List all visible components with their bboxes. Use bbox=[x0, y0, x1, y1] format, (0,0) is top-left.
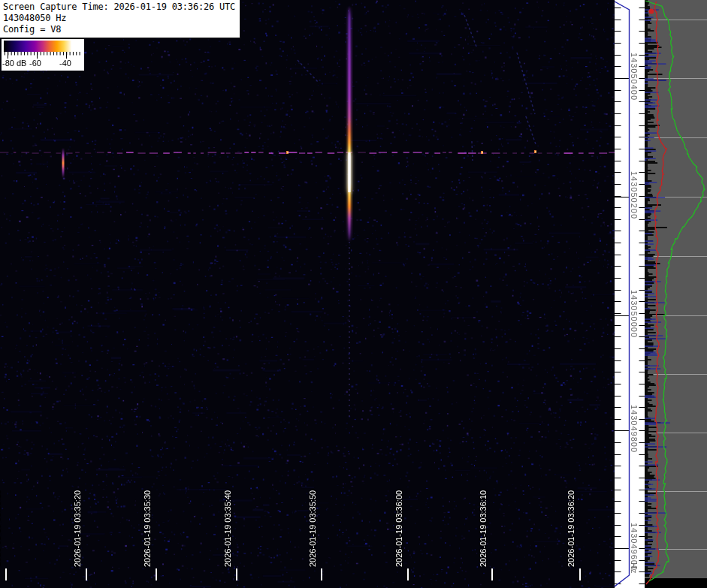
time-axis-label: 2026-01-19 03:35:10 bbox=[0, 490, 2, 567]
color-gradient-bar bbox=[4, 41, 82, 52]
time-axis-label: 2026-01-19 03:36:20 bbox=[567, 490, 576, 567]
capture-frequency-text: 143048050 Hz bbox=[3, 13, 235, 24]
color-scale-label: -40 bbox=[59, 59, 71, 68]
capture-info-box: Screen Capture Time: 2026-01-19 03:36:26… bbox=[0, 0, 240, 38]
frequency-axis-label: 143049800 bbox=[630, 405, 639, 453]
time-axis-label: 2026-01-19 03:35:30 bbox=[143, 490, 152, 567]
frequency-axis-label: 143050000 bbox=[630, 290, 639, 338]
time-axis-tick bbox=[491, 568, 493, 580]
frequency-axis-label: 143050400 bbox=[630, 53, 639, 101]
spectrum-lab-screen-capture: Screen Capture Time: 2026-01-19 03:36:26… bbox=[0, 0, 707, 588]
frequency-axis: 1430504001430502001430500001430498001430… bbox=[615, 0, 645, 588]
frequency-axis-label: 143050200 bbox=[630, 171, 639, 219]
time-axis-tick bbox=[156, 568, 157, 580]
time-axis-tick bbox=[321, 568, 322, 580]
time-axis-tick bbox=[407, 568, 409, 580]
time-axis-tick bbox=[236, 568, 237, 580]
time-axis-label: 2026-01-19 03:35:50 bbox=[308, 490, 317, 567]
time-axis-tick bbox=[86, 568, 87, 580]
time-axis-label: 2026-01-19 03:36:10 bbox=[479, 490, 488, 567]
amplitude-color-scale: -80 dB-60-40 bbox=[2, 39, 84, 71]
spectrum-graph bbox=[645, 0, 707, 588]
color-scale-label: -60 bbox=[29, 59, 41, 68]
time-axis-tick bbox=[579, 568, 581, 580]
color-scale-label: -80 dB bbox=[2, 59, 26, 68]
waterfall-spectrogram bbox=[0, 0, 615, 588]
time-axis-label: 2026-01-19 03:36:00 bbox=[394, 490, 403, 567]
frequency-axis-unit: Hz bbox=[630, 562, 639, 574]
capture-config-text: Config = V8 bbox=[3, 24, 235, 35]
capture-time-text: Screen Capture Time: 2026-01-19 03:36:26… bbox=[3, 2, 235, 13]
time-axis-label: 2026-01-19 03:35:40 bbox=[223, 490, 232, 567]
time-axis-tick bbox=[5, 568, 7, 580]
time-axis-label: 2026-01-19 03:35:20 bbox=[73, 490, 82, 567]
